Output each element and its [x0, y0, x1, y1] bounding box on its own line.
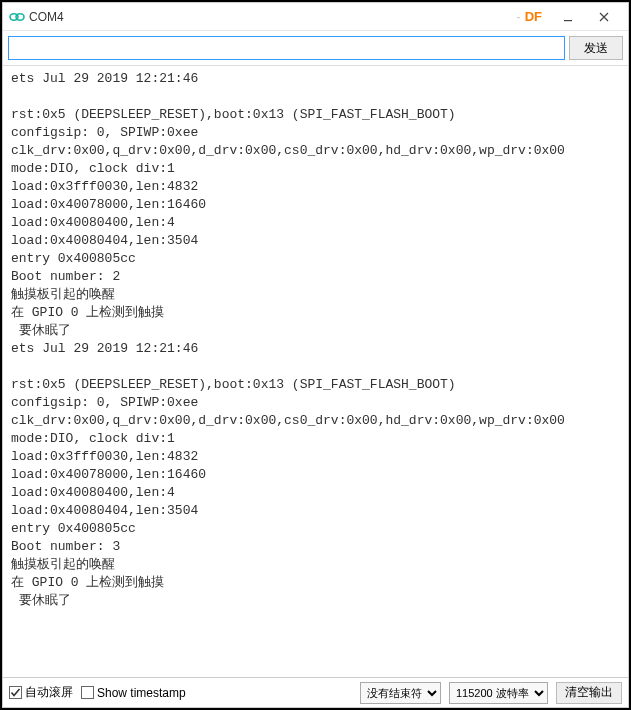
- send-button[interactable]: 发送: [569, 36, 623, 60]
- serial-input[interactable]: [8, 36, 565, 60]
- checkbox-unchecked-icon: [81, 686, 94, 699]
- svg-rect-2: [564, 20, 572, 21]
- window-title: COM4: [29, 10, 64, 24]
- baud-rate-select[interactable]: 115200 波特率: [449, 682, 548, 704]
- timestamp-checkbox[interactable]: Show timestamp: [81, 686, 186, 700]
- titlebar: COM4 - DF: [3, 3, 628, 31]
- app-icon: [9, 9, 25, 25]
- autoscroll-checkbox[interactable]: 自动滚屏: [9, 684, 73, 701]
- clear-output-button[interactable]: 清空输出: [556, 682, 622, 704]
- df-badge: - DF: [516, 9, 542, 24]
- autoscroll-label: 自动滚屏: [25, 684, 73, 701]
- bottombar: 自动滚屏 Show timestamp 没有结束符 115200 波特率 清空输…: [3, 677, 628, 707]
- timestamp-label: Show timestamp: [97, 686, 186, 700]
- serial-monitor-window: COM4 - DF 发送 ets Jul 29 2019 12:21:46 rs…: [2, 2, 629, 708]
- line-ending-select[interactable]: 没有结束符: [360, 682, 441, 704]
- minimize-button[interactable]: [550, 5, 586, 29]
- checkbox-checked-icon: [9, 686, 22, 699]
- input-row: 发送: [3, 31, 628, 65]
- close-button[interactable]: [586, 5, 622, 29]
- console-output[interactable]: ets Jul 29 2019 12:21:46 rst:0x5 (DEEPSL…: [3, 65, 628, 677]
- svg-rect-4: [82, 687, 94, 699]
